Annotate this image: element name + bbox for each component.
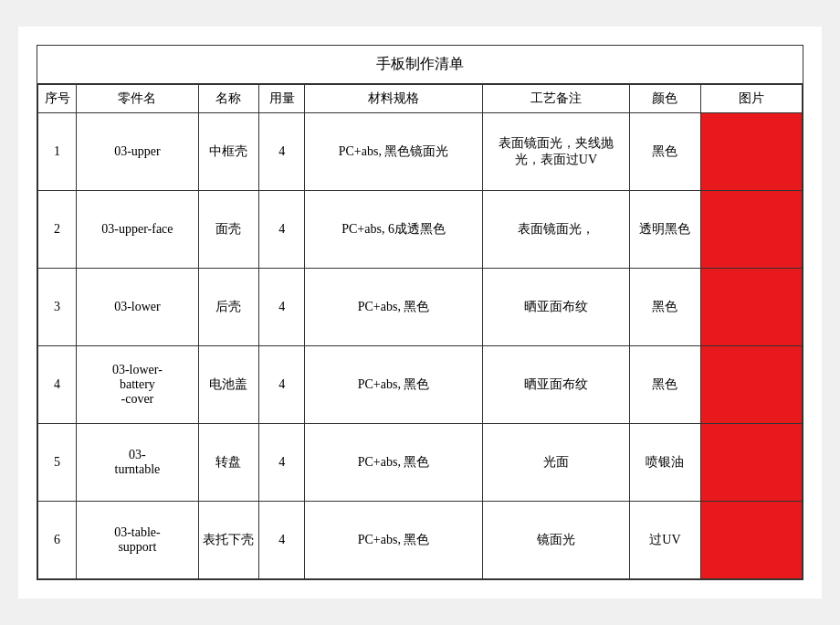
- cell-image: [700, 113, 802, 191]
- header-image: 图片: [700, 85, 802, 113]
- main-table: 序号 零件名 名称 用量 材料规格 工艺备注 颜色 图片 103-upper中框…: [37, 84, 803, 579]
- table-title: 手板制作清单: [37, 46, 803, 84]
- page-wrapper: 手板制作清单 序号 零件名 名称 用量 材料规格 工艺备注 颜色 图片 103-…: [18, 26, 822, 599]
- table-row: 403-lower-battery-cover电池盖4PC+abs, 黑色晒亚面…: [38, 346, 803, 424]
- header-qty: 用量: [259, 85, 305, 113]
- cell-image: [700, 424, 802, 502]
- cell-spec: PC+abs, 黑色: [305, 502, 483, 579]
- header-craft: 工艺备注: [482, 85, 629, 113]
- cell-qty: 4: [259, 346, 305, 424]
- cell-seq: 2: [38, 191, 77, 269]
- cell-name: 后壳: [198, 269, 259, 346]
- cell-name: 面壳: [198, 191, 259, 269]
- cell-name: 表托下壳: [198, 502, 259, 579]
- cell-craft: 晒亚面布纹: [482, 346, 629, 424]
- cell-qty: 4: [259, 424, 305, 502]
- cell-qty: 4: [259, 113, 305, 191]
- cell-color: 黑色: [630, 269, 701, 346]
- header-seq: 序号: [38, 85, 77, 113]
- header-spec: 材料规格: [305, 85, 483, 113]
- table-row: 103-upper中框壳4PC+abs, 黑色镜面光表面镜面光，夹线抛光，表面过…: [38, 113, 803, 191]
- cell-name: 中框壳: [198, 113, 259, 191]
- cell-image: [700, 502, 802, 579]
- table-container: 手板制作清单 序号 零件名 名称 用量 材料规格 工艺备注 颜色 图片 103-…: [37, 45, 803, 580]
- cell-qty: 4: [259, 191, 305, 269]
- header-name: 名称: [198, 85, 259, 113]
- header-color: 颜色: [630, 85, 701, 113]
- cell-craft: 镜面光: [482, 502, 629, 579]
- header-row: 序号 零件名 名称 用量 材料规格 工艺备注 颜色 图片: [38, 85, 803, 113]
- cell-color: 过UV: [630, 502, 701, 579]
- table-row: 303-lower后壳4PC+abs, 黑色晒亚面布纹黑色: [38, 269, 803, 346]
- cell-color: 黑色: [630, 346, 701, 424]
- cell-seq: 5: [38, 424, 77, 502]
- cell-spec: PC+abs, 黑色: [305, 346, 483, 424]
- cell-spec: PC+abs, 黑色镜面光: [305, 113, 483, 191]
- cell-part-code: 03-table-support: [77, 502, 198, 579]
- cell-color: 喷银油: [630, 424, 701, 502]
- table-row: 203-upper-face面壳4PC+abs, 6成透黑色表面镜面光，透明黑色: [38, 191, 803, 269]
- cell-part-code: 03-lower: [77, 269, 198, 346]
- cell-part-code: 03-upper: [77, 113, 198, 191]
- cell-name: 电池盖: [198, 346, 259, 424]
- cell-craft: 表面镜面光，: [482, 191, 629, 269]
- cell-name: 转盘: [198, 424, 259, 502]
- cell-image: [700, 346, 802, 424]
- cell-craft: 光面: [482, 424, 629, 502]
- cell-spec: PC+abs, 黑色: [305, 269, 483, 346]
- cell-seq: 3: [38, 269, 77, 346]
- cell-color: 黑色: [630, 113, 701, 191]
- header-part-code: 零件名: [77, 85, 198, 113]
- cell-seq: 6: [38, 502, 77, 579]
- cell-craft: 表面镜面光，夹线抛光，表面过UV: [482, 113, 629, 191]
- cell-craft: 晒亚面布纹: [482, 269, 629, 346]
- cell-seq: 4: [38, 346, 77, 424]
- cell-image: [700, 191, 802, 269]
- cell-image: [700, 269, 802, 346]
- cell-part-code: 03-turntable: [77, 424, 198, 502]
- cell-part-code: 03-lower-battery-cover: [77, 346, 198, 424]
- cell-color: 透明黑色: [630, 191, 701, 269]
- table-row: 603-table-support表托下壳4PC+abs, 黑色镜面光过UV: [38, 502, 803, 579]
- cell-qty: 4: [259, 502, 305, 579]
- cell-spec: PC+abs, 6成透黑色: [305, 191, 483, 269]
- cell-spec: PC+abs, 黑色: [305, 424, 483, 502]
- cell-qty: 4: [259, 269, 305, 346]
- table-row: 503-turntable转盘4PC+abs, 黑色光面喷银油: [38, 424, 803, 502]
- cell-seq: 1: [38, 113, 77, 191]
- cell-part-code: 03-upper-face: [77, 191, 198, 269]
